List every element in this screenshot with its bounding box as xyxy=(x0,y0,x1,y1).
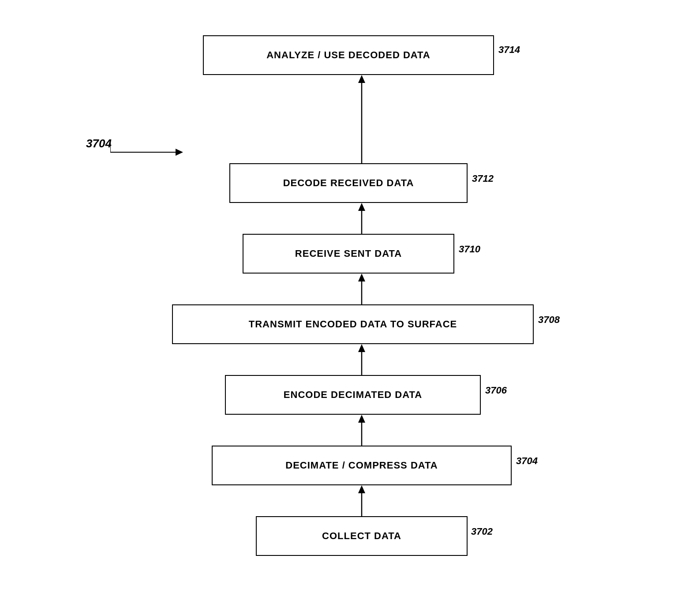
svg-marker-1 xyxy=(358,485,365,493)
ref-3708: 3708 xyxy=(538,314,560,326)
side-arrow-svg xyxy=(110,128,198,163)
box-decode-received-label: DECODE RECEIVED DATA xyxy=(283,177,414,189)
box-receive-sent-label: RECEIVE SENT DATA xyxy=(295,248,402,259)
box-decode-received: DECODE RECEIVED DATA xyxy=(229,163,468,203)
box-decimate-compress-label: DECIMATE / COMPRESS DATA xyxy=(285,460,438,471)
ref-3712: 3712 xyxy=(472,173,494,184)
box-encode-decimated-label: ENCODE DECIMATED DATA xyxy=(284,389,422,401)
svg-marker-5 xyxy=(358,344,365,352)
svg-marker-9 xyxy=(358,203,365,211)
box-analyze-use: ANALYZE / USE DECODED DATA xyxy=(203,35,494,75)
ref-3714: 3714 xyxy=(498,44,520,56)
box-transmit-encoded-label: TRANSMIT ENCODED DATA TO SURFACE xyxy=(249,319,457,330)
svg-marker-13 xyxy=(176,149,183,156)
svg-marker-3 xyxy=(358,415,365,423)
svg-marker-7 xyxy=(358,274,365,281)
diagram-container: ANALYZE / USE DECODED DATA 3714 DECODE R… xyxy=(0,0,700,615)
ref-3702: 3702 xyxy=(471,526,493,537)
box-collect-data: COLLECT DATA xyxy=(256,516,468,556)
ref-3710: 3710 xyxy=(459,244,480,255)
box-transmit-encoded: TRANSMIT ENCODED DATA TO SURFACE xyxy=(172,304,534,344)
ref-3706: 3706 xyxy=(485,385,507,396)
box-collect-data-label: COLLECT DATA xyxy=(322,530,401,542)
box-encode-decimated: ENCODE DECIMATED DATA xyxy=(225,375,481,415)
box-decimate-compress: DECIMATE / COMPRESS DATA xyxy=(212,446,512,485)
ref-3704-box: 3704 xyxy=(516,455,538,467)
box-analyze-use-label: ANALYZE / USE DECODED DATA xyxy=(266,49,430,61)
box-receive-sent: RECEIVE SENT DATA xyxy=(243,234,454,274)
svg-marker-11 xyxy=(358,75,365,83)
side-label-3704: 3704 xyxy=(86,137,112,150)
